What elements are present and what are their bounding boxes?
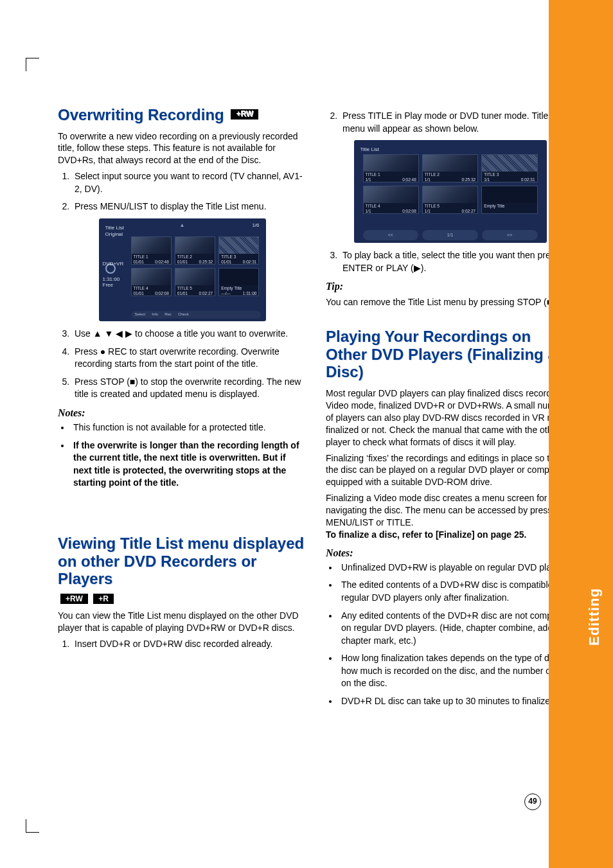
viewing-step-1: Insert DVD+R or DVD+RW disc recorded alr… <box>72 638 306 651</box>
viewing-intro: You can view the Title List menu display… <box>58 610 306 634</box>
title-tile: TITLE 31/10:02:31 <box>481 154 537 182</box>
crop-mark <box>26 819 39 833</box>
title-tile: TITLE 21/10:25:32 <box>422 154 478 182</box>
step-3: Use ▲ ▼ ◀ ▶ to choose a title you want t… <box>72 328 306 341</box>
note-item: How long finalization takes depends on t… <box>339 652 574 690</box>
step-5: Press STOP (■) to stop the overwrite rec… <box>72 376 306 401</box>
note-item: The edited contents of a DVD+RW disc is … <box>339 579 574 604</box>
osd-free-time: 1:31:00 Free <box>103 276 130 288</box>
left-column: Overwriting Recording +RW To overwrite a… <box>58 106 306 713</box>
osd-hint: Info <box>152 312 158 316</box>
crop-mark <box>26 58 39 71</box>
title-tile: TITLE 501/010:02:27 <box>175 268 215 296</box>
note-item: This function is not available for a pro… <box>71 421 306 434</box>
finalize-p2: Finalizing ‘fixes’ the recordings and ed… <box>326 452 574 489</box>
osd-tile-grid: TITLE 101/010:02:48 TITLE 201/010:25:32 … <box>131 236 260 296</box>
notes-heading: Notes: <box>58 407 306 419</box>
section-tab-label: Editting <box>586 588 603 646</box>
overwrite-steps-a: Select input source you want to record (… <box>58 170 306 213</box>
osd-page-nav: << 1/1 >> <box>363 230 538 240</box>
title-tile: TITLE 101/010:02:48 <box>131 236 172 265</box>
osd-hint: Check <box>178 312 189 316</box>
badge-rw: +RW <box>231 109 258 120</box>
finalize-p1: Most regular DVD players can play finali… <box>326 387 574 448</box>
heading-finalizing: Playing Your Recordings on Other DVD Pla… <box>326 328 574 381</box>
osd-page-indicator: 1/6 <box>252 222 259 228</box>
title-tile: TITLE 401/010:02:08 <box>131 268 172 296</box>
right-column: Press TITLE in Play mode or DVD tuner mo… <box>326 106 574 713</box>
viewing-step-3: To play back a title, select the title y… <box>340 249 574 274</box>
finalize-notes: Unfinalized DVD+RW is playable on regula… <box>326 562 574 708</box>
title-list-osd-2: Title List TITLE 11/10:02:48 TITLE 21/10… <box>354 140 547 243</box>
osd-hint: Rec <box>164 312 172 316</box>
note-item: Unfinalized DVD+RW is playable on regula… <box>339 562 574 574</box>
step-4: Press ● REC to start overwrite recording… <box>72 346 306 371</box>
heading-text: Overwriting Recording <box>58 106 224 123</box>
notes-heading: Notes: <box>326 547 574 559</box>
finalize-ref-c: on page 25. <box>475 529 527 540</box>
note-item: DVD+R DL disc can take up to 30 minutes … <box>339 695 574 708</box>
overwrite-steps-b: Use ▲ ▼ ◀ ▶ to choose a title you want t… <box>58 328 306 401</box>
note-item: Any edited contents of the DVD+R disc ar… <box>339 610 574 648</box>
section-tab-sidebar: Editting <box>549 0 613 868</box>
title-tile: TITLE 301/010:02:31 <box>218 236 259 265</box>
nav-next: >> <box>482 230 538 240</box>
viewing-steps: Insert DVD+R or DVD+RW disc recorded alr… <box>58 638 306 651</box>
viewing-steps-cont: Press TITLE in Play mode or DVD tuner mo… <box>326 110 574 135</box>
title-tile: TITLE 51/10:02:27 <box>422 186 478 214</box>
overwrite-notes: This function is not available for a pro… <box>58 421 306 490</box>
step-2: Press MENU/LIST to display the Title Lis… <box>72 200 306 213</box>
badge-row: +RW +R <box>58 594 306 606</box>
nav-prev: << <box>363 230 419 240</box>
tip-heading: Tip: <box>326 281 574 292</box>
title-tile-empty: Empty Title---/---1:31:00 <box>218 268 259 296</box>
step-1: Select input source you want to record (… <box>72 170 306 195</box>
heading-overwriting: Overwriting Recording +RW <box>58 106 306 124</box>
osd-corner-label: Title List <box>360 146 380 153</box>
badge-rw: +RW <box>60 594 88 604</box>
viewing-step-2: Press TITLE in Play mode or DVD tuner mo… <box>340 110 574 135</box>
nav-page: 1/1 <box>422 230 478 240</box>
osd-bottom-bar: Select Info Rec Check <box>131 311 261 319</box>
tip-text: You can remove the Title List menu by pr… <box>326 296 574 308</box>
title-list-osd-1: Title List Original ▲ 1/6 DVD+VR 1:31:00… <box>99 218 266 321</box>
page-number: 49 <box>524 793 541 810</box>
osd-disc-type: DVD+VR <box>103 261 130 267</box>
title-tile: TITLE 11/10:02:48 <box>363 154 419 182</box>
osd-top-indicator: ▲ <box>99 222 266 228</box>
finalize-p3: Finalizing a Video mode disc creates a m… <box>326 493 564 527</box>
osd-tile-grid: TITLE 11/10:02:48 TITLE 21/10:25:32 TITL… <box>363 154 538 214</box>
finalize-ref-a: To finalize a disc, refer to <box>326 529 436 540</box>
title-tile-empty: Empty Title <box>481 186 537 214</box>
title-tile: TITLE 201/010:25:32 <box>175 236 215 265</box>
badge-r: +R <box>93 594 114 604</box>
document-page: Editting 49 Overwriting Recording +RW To… <box>0 0 613 868</box>
osd-hint: Select <box>135 312 146 316</box>
viewing-steps-cont-b: To play back a title, select the title y… <box>326 249 574 274</box>
title-tile: TITLE 41/10:02:08 <box>363 186 419 214</box>
osd-side-label: DVD+VR 1:31:00 Free <box>103 261 130 288</box>
note-item-bold: If the overwrite is longer than the reco… <box>71 439 306 490</box>
heading-viewing-title-list: Viewing Title List menu displayed on oth… <box>58 535 306 588</box>
intro-paragraph: To overwrite a new video recording on a … <box>58 130 306 167</box>
finalize-p34: Finalizing a Video mode disc creates a m… <box>326 492 574 541</box>
finalize-ref-b: [Finalize] <box>436 529 475 540</box>
